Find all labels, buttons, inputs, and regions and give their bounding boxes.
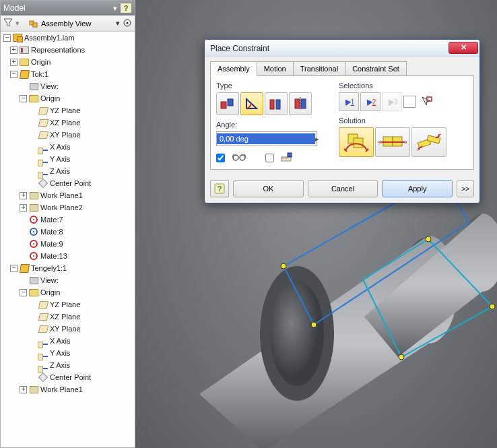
- collapse-icon[interactable]: −: [3, 34, 11, 42]
- help-icon[interactable]: ?: [120, 3, 132, 13]
- tree-item[interactable]: Z Axis: [1, 359, 135, 371]
- tree-item[interactable]: YZ Plane: [1, 298, 135, 311]
- expand-icon[interactable]: +: [10, 46, 18, 54]
- tab-pane: Type Angle: ▸: [210, 75, 474, 170]
- dialog-titlebar[interactable]: Place Constraint ✕: [205, 40, 479, 57]
- ok-button[interactable]: OK: [233, 180, 304, 197]
- expand-icon[interactable]: +: [20, 386, 27, 393]
- tree-item[interactable]: Y Axis: [1, 347, 135, 359]
- tree-item[interactable]: Mate:7: [1, 214, 135, 226]
- tree-item[interactable]: Mate:9: [1, 238, 135, 250]
- apply-button[interactable]: Apply: [382, 180, 453, 197]
- tree-item[interactable]: −Origin: [1, 92, 135, 104]
- tree-label: View:: [40, 82, 59, 90]
- tree-item[interactable]: Mate:8: [1, 226, 135, 238]
- svg-point-10: [399, 354, 404, 360]
- svg-rect-19: [295, 99, 300, 108]
- place-constraint-dialog: Place Constraint ✕ Assembly Motion Trans…: [204, 39, 480, 203]
- svg-point-5: [281, 263, 286, 269]
- tab-transitional[interactable]: Transitional: [293, 61, 345, 76]
- tree-label: View:: [40, 276, 59, 284]
- dropdown-icon[interactable]: ▾: [113, 4, 117, 13]
- expand-icon[interactable]: +: [20, 204, 27, 212]
- tree-label: Mate:8: [40, 228, 63, 236]
- tree-label: Mate:13: [40, 252, 67, 260]
- limits-checkbox[interactable]: [265, 154, 274, 162]
- tree-item[interactable]: +Origin: [1, 56, 135, 68]
- svg-point-23: [240, 155, 245, 160]
- angle-input[interactable]: ▸: [216, 131, 317, 146]
- dialog-title: Place Constraint: [210, 44, 449, 53]
- pick-part-icon[interactable]: [417, 92, 437, 111]
- help-button[interactable]: ?: [210, 180, 229, 197]
- expand-icon[interactable]: +: [20, 192, 27, 199]
- dropdown-icon[interactable]: ▾: [116, 19, 120, 28]
- spinner-icon[interactable]: ▸: [315, 135, 319, 143]
- tree-item[interactable]: View:: [1, 274, 135, 286]
- selection-3-button[interactable]: 3: [382, 92, 402, 111]
- solution-undirected-icon[interactable]: [375, 127, 410, 157]
- expand-button[interactable]: >>: [457, 180, 474, 197]
- tree-label: Representations: [31, 46, 85, 54]
- filter-icon[interactable]: [3, 18, 13, 29]
- svg-rect-12: [33, 23, 37, 27]
- cancel-button[interactable]: Cancel: [308, 180, 378, 197]
- solution-opposed-icon[interactable]: [411, 127, 446, 157]
- browser-title: Model: [3, 3, 113, 13]
- tree-item[interactable]: XZ Plane: [1, 311, 135, 323]
- tree-item[interactable]: YZ Plane: [1, 104, 135, 117]
- solution-label: Solution: [339, 117, 468, 125]
- target-icon[interactable]: [123, 18, 132, 29]
- tree-item[interactable]: −Tengely1:1: [1, 262, 135, 274]
- tree-item[interactable]: Center Point: [1, 371, 135, 383]
- tree-item[interactable]: Z Axis: [1, 165, 135, 177]
- tree-label: Z Axis: [50, 167, 70, 175]
- tree-label: Z Axis: [50, 361, 70, 369]
- collapse-icon[interactable]: −: [20, 95, 27, 102]
- tree-item[interactable]: Mate:13: [1, 250, 135, 262]
- tree-item[interactable]: XZ Plane: [1, 117, 135, 129]
- selection-2-button[interactable]: 2: [360, 92, 380, 111]
- collapse-icon[interactable]: −: [10, 265, 18, 272]
- tree-item[interactable]: X Axis: [1, 335, 135, 347]
- tree-item[interactable]: Y Axis: [1, 153, 135, 165]
- tab-constraint-set[interactable]: Constraint Set: [345, 61, 407, 76]
- tree-item[interactable]: X Axis: [1, 141, 135, 153]
- tree-item[interactable]: −Origin: [1, 286, 135, 298]
- tree-label: Tok:1: [31, 70, 48, 78]
- tree-root[interactable]: −Assembly1.iam: [1, 32, 135, 44]
- assembly-view-dropdown[interactable]: Assembly View: [29, 19, 91, 28]
- dropdown-icon[interactable]: ▾: [15, 19, 20, 28]
- svg-rect-31: [354, 138, 363, 148]
- svg-rect-18: [276, 100, 280, 109]
- tree-label: Y Axis: [50, 155, 70, 163]
- selection-1-button[interactable]: 1: [339, 92, 359, 111]
- tree-item[interactable]: −Tok:1: [1, 68, 135, 80]
- solution-directed-icon[interactable]: [339, 127, 374, 157]
- tree-item[interactable]: +Work Plane1: [1, 383, 135, 395]
- tree-item[interactable]: +Work Plane2: [1, 201, 135, 214]
- constraint-angle-icon[interactable]: [240, 92, 263, 115]
- tab-motion[interactable]: Motion: [257, 61, 294, 76]
- tree-label: Mate:9: [40, 240, 63, 248]
- expand-icon[interactable]: +: [10, 59, 18, 66]
- constraint-mate-icon[interactable]: [216, 92, 239, 115]
- collapse-icon[interactable]: −: [10, 71, 18, 78]
- angle-field[interactable]: [217, 133, 315, 144]
- tree-item[interactable]: View:: [1, 80, 135, 92]
- pick-part-checkbox[interactable]: [403, 96, 416, 108]
- constraint-tangent-icon[interactable]: [265, 92, 288, 115]
- tree-label: XZ Plane: [50, 119, 80, 127]
- tree-item[interactable]: +Work Plane1: [1, 189, 135, 201]
- constraint-insert-icon[interactable]: [289, 92, 312, 115]
- svg-rect-16: [228, 99, 233, 106]
- browser-tree[interactable]: −Assembly1.iam +Representations +Origin …: [1, 32, 135, 447]
- preview-checkbox[interactable]: [216, 154, 225, 162]
- tree-item[interactable]: Center Point: [1, 177, 135, 189]
- tree-item[interactable]: XY Plane: [1, 129, 135, 141]
- tab-assembly[interactable]: Assembly: [210, 61, 257, 76]
- tree-item[interactable]: +Representations: [1, 44, 135, 56]
- tree-item[interactable]: XY Plane: [1, 323, 135, 335]
- close-icon[interactable]: ✕: [449, 42, 478, 54]
- collapse-icon[interactable]: −: [20, 289, 27, 296]
